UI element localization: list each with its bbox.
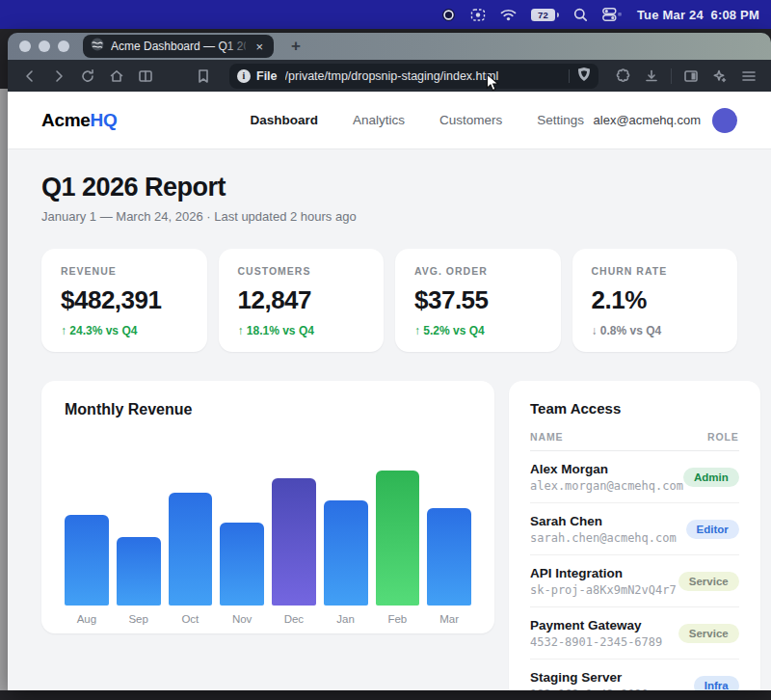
team-row-left: Alex Morganalex.morgan@acmehq.com [530, 462, 683, 493]
bar-dec [272, 478, 316, 606]
macos-menubar: 72 Tue Mar 24 6:08 PM [0, 0, 771, 29]
new-tab-button[interactable]: + [291, 37, 301, 56]
stat-value: 2.1% [592, 285, 719, 315]
bar-label: Mar [427, 613, 471, 625]
browser-tab-active[interactable]: Acme Dashboard — Q1 2026 R × [83, 35, 274, 58]
ai-sparkle-icon[interactable] [707, 65, 732, 88]
nav-item-analytics[interactable]: Analytics [353, 113, 405, 127]
role-badge: Service [678, 572, 739, 591]
role-badge: Infra [694, 676, 739, 690]
forward-icon[interactable] [46, 65, 71, 88]
tab-favicon-globe-icon [91, 38, 104, 55]
home-icon[interactable] [104, 65, 129, 88]
record-status-icon[interactable] [441, 8, 456, 22]
url-path: /private/tmp/dropsnip-staging/index.html [285, 69, 561, 83]
stat-delta: ↓ 0.8% vs Q4 [592, 324, 719, 337]
team-member-name: Alex Morgan [530, 462, 683, 476]
stat-delta: ↑ 5.2% vs Q4 [414, 324, 542, 337]
browser-tabstrip: Acme Dashboard — Q1 2026 R × + [8, 33, 771, 60]
brave-shield-icon[interactable] [577, 67, 591, 86]
site-info-badge[interactable]: i File [237, 69, 278, 83]
nav-item-customers[interactable]: Customers [439, 113, 502, 127]
nav-item-settings[interactable]: Settings [537, 113, 584, 127]
monthly-revenue-card: Monthly Revenue AugSepOctNovDecJanFebMar [41, 381, 494, 633]
screen-record-icon[interactable] [470, 8, 486, 22]
tab-title-fade [224, 35, 253, 58]
team-member-detail: 4532-8901-2345-6789 [530, 635, 662, 649]
team-col-role: ROLE [707, 431, 739, 443]
url-bar[interactable]: i File /private/tmp/dropsnip-staging/ind… [229, 64, 598, 89]
tab-close-icon[interactable]: × [253, 39, 266, 55]
avatar[interactable] [712, 108, 737, 133]
zoom-window-button[interactable] [58, 40, 69, 52]
logo-primary: Acme [41, 110, 91, 130]
role-badge: Service [678, 624, 739, 643]
team-member-detail: alex.morgan@acmehq.com [530, 479, 683, 493]
stat-label: CHURN RATE [592, 265, 719, 277]
stat-label: CUSTOMERS [238, 265, 365, 277]
team-member-detail: 192.168.1.42:8080 [530, 687, 649, 690]
team-row: Payment Gateway4532-8901-2345-6789Servic… [530, 607, 739, 660]
menu-hamburger-icon[interactable] [736, 65, 761, 88]
sidebar-icon[interactable] [678, 65, 704, 88]
cards-row: Monthly Revenue AugSepOctNovDecJanFebMar… [41, 381, 737, 690]
stat-label: AVG. ORDER [414, 265, 542, 277]
info-icon: i [237, 69, 251, 83]
nav-item-dashboard[interactable]: Dashboard [250, 113, 318, 127]
role-badge: Editor [686, 520, 739, 539]
wifi-icon[interactable] [500, 9, 517, 21]
reload-icon[interactable] [75, 65, 100, 88]
stat-value: $482,391 [61, 285, 188, 315]
bar-jan [324, 500, 368, 606]
team-member-name: Staging Server [530, 670, 649, 685]
team-member-detail: sarah.chen@acmehq.com [530, 531, 677, 545]
back-icon[interactable] [17, 65, 42, 88]
bar-aug [65, 515, 109, 606]
menubar-clock[interactable]: Tue Mar 24 6:08 PM [637, 8, 759, 22]
bar-label: Sep [117, 613, 161, 625]
account-email: alex@acmehq.com [594, 113, 701, 127]
stat-value: $37.55 [414, 285, 542, 315]
team-col-name: NAME [530, 431, 564, 443]
bar-nov [220, 523, 264, 606]
page-content: Q1 2026 Report January 1 — March 24, 202… [8, 149, 771, 690]
control-center-icon[interactable] [602, 8, 623, 21]
site-logo[interactable]: AcmeHQ [41, 110, 117, 131]
logo-accent: HQ [91, 110, 118, 130]
spotlight-search-icon[interactable] [573, 8, 588, 22]
header-account: alex@acmehq.com [594, 108, 737, 133]
bar-label: Dec [272, 613, 316, 625]
battery-nub [557, 13, 559, 17]
team-row: Sarah Chensarah.chen@acmehq.comEditor [530, 503, 739, 555]
split-view-icon[interactable] [133, 65, 158, 88]
stats-row: REVENUE$482,391↑ 24.3% vs Q4CUSTOMERS12,… [41, 249, 737, 352]
minimize-window-button[interactable] [39, 40, 50, 52]
battery-indicator[interactable]: 72 [531, 9, 559, 21]
team-row-left: API Integrationsk-proj-a8Kx9mN2vQ4r7 [530, 566, 677, 597]
web-page: AcmeHQ DashboardAnalyticsCustomersSettin… [8, 92, 771, 690]
stat-card-churn-rate: CHURN RATE2.1%↓ 0.8% vs Q4 [572, 249, 738, 352]
team-rows: Alex Morganalex.morgan@acmehq.comAdminSa… [530, 451, 739, 690]
team-row-left: Payment Gateway4532-8901-2345-6789 [530, 618, 662, 649]
bookmark-icon[interactable] [191, 65, 216, 88]
bar-feb [376, 471, 420, 606]
team-access-title: Team Access [530, 400, 739, 417]
stat-card-customers: CUSTOMERS12,847↑ 18.1% vs Q4 [219, 249, 385, 352]
page-title: Q1 2026 Report [41, 173, 737, 202]
bar-oct [169, 493, 213, 606]
stat-card-revenue: REVENUE$482,391↑ 24.3% vs Q4 [41, 249, 207, 352]
stat-delta: ↑ 24.3% vs Q4 [61, 324, 188, 337]
extensions-icon[interactable] [610, 65, 635, 88]
role-badge: Admin [683, 468, 739, 487]
team-access-card: Team Access NAME ROLE Alex Morganalex.mo… [509, 381, 760, 690]
stat-delta: ↑ 18.1% vs Q4 [238, 324, 365, 337]
download-icon[interactable] [639, 65, 664, 88]
background-window-edge [0, 89, 8, 690]
team-member-detail: sk-proj-a8Kx9mN2vQ4r7 [530, 583, 677, 597]
site-header: AcmeHQ DashboardAnalyticsCustomersSettin… [8, 92, 771, 149]
team-member-name: Payment Gateway [530, 618, 662, 633]
bar-label: Feb [376, 613, 420, 625]
close-window-button[interactable] [19, 40, 31, 52]
window-controls [19, 40, 69, 52]
bar-label: Oct [169, 613, 213, 625]
